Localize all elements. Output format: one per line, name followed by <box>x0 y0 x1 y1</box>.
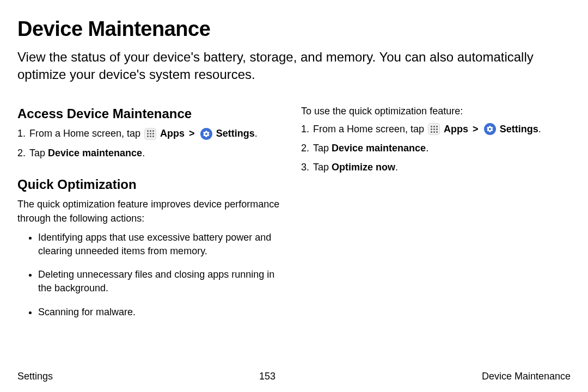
step-number: 2. <box>17 146 29 160</box>
quick-bullets: Identifying apps that use excessive batt… <box>17 231 287 319</box>
step-number: 1. <box>17 127 29 140</box>
period: . <box>395 162 398 173</box>
period: . <box>538 124 541 134</box>
access-step-2: 2. Tap Device maintenance. <box>17 146 287 160</box>
apps-label: Apps <box>160 128 185 139</box>
bold-text: Device maintenance <box>332 143 426 154</box>
access-steps: 1. From a Home screen, tap Apps > Settin… <box>17 127 287 160</box>
apps-label: Apps <box>444 124 468 134</box>
quick-step-2: 2. Tap Device maintenance. <box>301 142 571 155</box>
settings-icon <box>484 123 496 135</box>
bold-text: Device maintenance <box>48 148 142 158</box>
page-footer: Settings 153 Device Maintenance <box>17 371 571 382</box>
bullet-item: Scanning for malware. <box>38 305 287 319</box>
text: Tap <box>29 148 48 158</box>
two-column-layout: Access Device Maintenance 1. From a Home… <box>17 105 571 329</box>
bullet-item: Deleting unnecessary files and closing a… <box>38 268 287 295</box>
text: From a Home screen, tap <box>313 124 427 134</box>
bold-text: Optimize now <box>332 162 395 173</box>
chevron-right-icon: > <box>471 124 480 134</box>
intro-paragraph: View the status of your device's battery… <box>17 48 567 84</box>
right-column: To use the quick optimization feature: 1… <box>301 105 571 329</box>
quick-step-3: 3. Tap Optimize now. <box>301 161 571 174</box>
step-text: From a Home screen, tap Apps > Settings. <box>313 122 541 136</box>
text: Tap <box>313 143 332 154</box>
footer-right: Device Maintenance <box>482 371 571 382</box>
page-title: Device Maintenance <box>17 17 571 41</box>
period: . <box>426 143 428 154</box>
quick-step-1: 1. From a Home screen, tap Apps > Settin… <box>301 122 571 136</box>
quick-intro-paragraph: The quick optimization feature improves … <box>17 198 287 225</box>
step-number: 3. <box>301 161 313 174</box>
text: Tap <box>313 162 332 173</box>
heading-quick-optimization: Quick Optimization <box>17 175 287 194</box>
manual-page: Device Maintenance View the status of yo… <box>0 0 588 392</box>
apps-icon <box>144 128 156 140</box>
step-text: Tap Optimize now. <box>313 161 398 174</box>
text: From a Home screen, tap <box>29 128 143 139</box>
left-column: Access Device Maintenance 1. From a Home… <box>17 105 287 329</box>
access-step-1: 1. From a Home screen, tap Apps > Settin… <box>17 127 287 140</box>
footer-page-number: 153 <box>259 371 275 382</box>
step-number: 2. <box>301 142 313 155</box>
footer-left: Settings <box>17 371 53 382</box>
step-text: Tap Device maintenance. <box>313 142 428 155</box>
right-lead: To use the quick optimization feature: <box>301 105 571 118</box>
chevron-right-icon: > <box>187 128 197 139</box>
step-number: 1. <box>301 122 313 136</box>
step-text: Tap Device maintenance. <box>29 146 145 160</box>
settings-label: Settings <box>500 124 538 134</box>
apps-icon <box>428 123 440 135</box>
step-text: From a Home screen, tap Apps > Settings. <box>29 127 258 140</box>
settings-label: Settings <box>216 128 255 139</box>
quick-use-steps: 1. From a Home screen, tap Apps > Settin… <box>301 122 571 175</box>
heading-access: Access Device Maintenance <box>17 105 287 123</box>
bullet-item: Identifying apps that use excessive batt… <box>38 231 287 258</box>
period: . <box>142 148 145 158</box>
period: . <box>255 128 258 139</box>
settings-icon <box>200 128 212 140</box>
